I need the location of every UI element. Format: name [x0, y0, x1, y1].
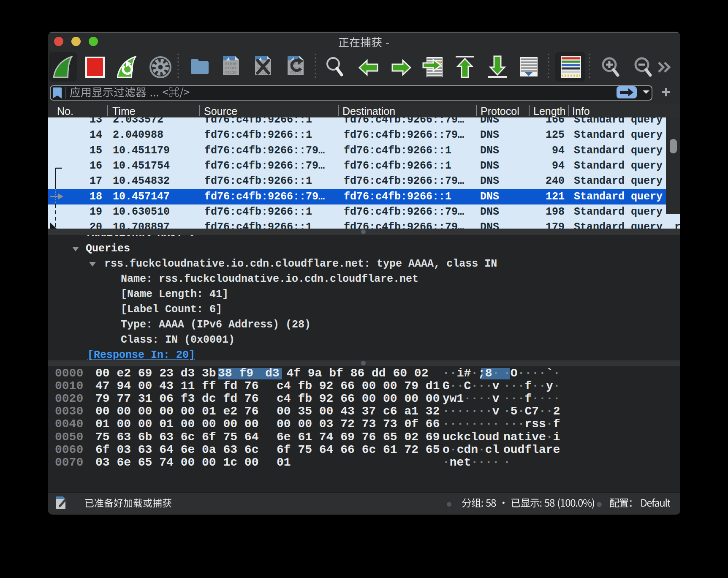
svg-text:01110: 01110: [225, 71, 236, 75]
svg-text:01010: 01010: [225, 62, 236, 66]
svg-text:01101: 01101: [225, 66, 236, 71]
